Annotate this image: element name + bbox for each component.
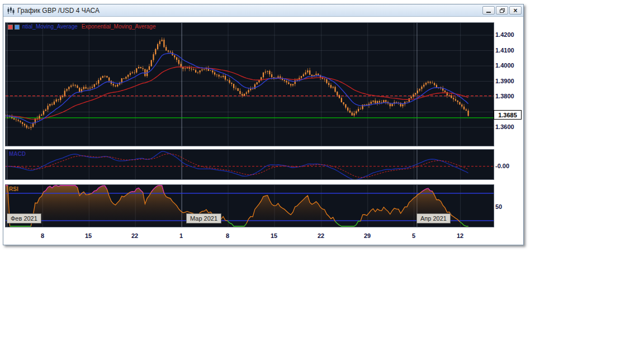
titlebar[interactable]: График GBP /USD 4 ЧАСА ×	[3, 4, 523, 17]
restore-icon	[500, 8, 505, 13]
x-axis-tick: 22	[126, 232, 143, 239]
chart-icon	[6, 6, 15, 15]
price-axis-label: 1.3600	[495, 123, 514, 131]
ema-red-label: Exponential_Moving_Average	[82, 24, 156, 30]
minimize-icon	[486, 12, 491, 13]
macd-panel[interactable]	[5, 149, 494, 180]
restore-button[interactable]	[496, 6, 508, 15]
window-title: График GBP /USD 4 ЧАСА	[17, 7, 482, 15]
price-panel[interactable]	[5, 22, 494, 146]
close-button[interactable]: ×	[509, 6, 522, 15]
rsi-mid-label: 50	[495, 203, 502, 210]
x-axis-tick: 15	[266, 232, 282, 239]
month-badge-mar: Мар 2021	[186, 213, 221, 223]
close-icon: ×	[513, 7, 517, 14]
x-axis-tick: 29	[359, 232, 376, 239]
price-axis-label: 1.4100	[495, 47, 514, 54]
month-badge-feb: Фев 2021	[7, 213, 41, 223]
price-axis-label: 1.4000	[495, 62, 514, 69]
x-axis-tick: 8	[219, 232, 236, 239]
rsi-label: RSI	[9, 186, 18, 192]
price-axis-label: 1.3800	[495, 93, 514, 100]
indicator-button-blue[interactable]	[15, 25, 20, 30]
current-price-badge: 1.3685	[494, 110, 522, 120]
ema-blue-label: ntial_Moving_Average	[22, 24, 78, 30]
x-axis-tick: 5	[405, 232, 422, 239]
indicator-button-red[interactable]	[8, 25, 13, 30]
x-axis-tick: 1	[173, 232, 190, 239]
x-axis-tick: 22	[312, 232, 329, 239]
month-badge-apr: Апр 2021	[416, 213, 451, 223]
price-axis-label: 1.3900	[495, 78, 514, 85]
macd-zero-label: -0.00	[495, 163, 509, 169]
price-axis-label: 1.4200	[495, 31, 514, 39]
x-axis-tick: 15	[80, 232, 97, 239]
x-axis-tick: 12	[452, 232, 468, 239]
minimize-button[interactable]	[482, 6, 495, 15]
chart-window: График GBP /USD 4 ЧАСА × ntial_Moving_Av…	[3, 4, 524, 245]
chart-content: ntial_Moving_Average Exponential_Moving_…	[3, 17, 522, 245]
x-axis-tick: 8	[34, 232, 51, 239]
macd-label: MACD	[9, 151, 26, 157]
indicator-legend: ntial_Moving_Average Exponential_Moving_…	[8, 24, 155, 30]
